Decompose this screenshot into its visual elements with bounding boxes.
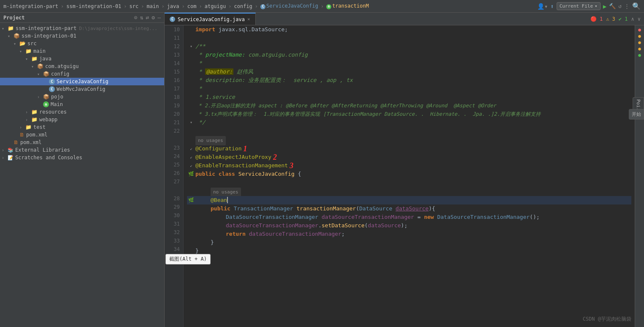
sidebar-item-pojo[interactable]: › 📦 pojo: [0, 93, 164, 101]
sidebar-item-WebMvcJavaConfig[interactable]: C WebMvcJavaConfig: [0, 85, 164, 93]
sidebar-item-Main[interactable]: m Main: [0, 101, 164, 108]
code-line-28: 🌿 @Bean: [187, 196, 631, 204]
sidebar-label: ssm-integration-part: [16, 25, 77, 31]
code-line-31: dataSourceTransactionManager.setDataSour…: [187, 221, 631, 230]
sidebar-item-webapp[interactable]: › 📁 webapp: [0, 116, 164, 123]
gutter-12[interactable]: ▾: [187, 42, 195, 51]
sidebar-item-resources[interactable]: › 📁 resources: [0, 108, 164, 116]
breadcrumb-atguigu[interactable]: atguigu: [205, 3, 226, 9]
gutter-28: 🌿: [187, 196, 195, 204]
sidebar-label: Scratches and Consoles: [15, 155, 82, 161]
watermark: CSDN @芋泥肉松脑袋: [583, 316, 631, 323]
warning-indicator-3[interactable]: ●: [638, 46, 641, 52]
code-line-18: * 1.service: [187, 93, 631, 101]
code-editor: 10 11 12 13 14 15 16 17 18 19 20 21 22 -…: [165, 25, 644, 327]
code-line-19: * 2.开启aop注解的支持 aspect : @Before @After @…: [187, 101, 631, 110]
code-content[interactable]: import javax.sql.DataSource; ▾ /** * pro…: [184, 25, 635, 327]
sidebar-item-config[interactable]: ▾ 📦 config: [0, 70, 164, 78]
vcs-icon[interactable]: ⬆: [550, 3, 554, 10]
no-usage-badge-1[interactable]: no usages: [195, 136, 226, 145]
breadcrumb-src[interactable]: src: [130, 3, 139, 9]
error-count: 🔴 1: [590, 16, 603, 22]
code-line-24: ↙ @EnableAspectJAutoProxy 2: [187, 153, 631, 161]
code-line-35: [187, 255, 631, 264]
tab-label: ServiceJavaConfig.java: [178, 16, 245, 22]
sidebar-label: config: [51, 71, 69, 77]
sidebar-item-pom-outer[interactable]: 🗎 pom.xml: [0, 139, 164, 146]
code-line-32: return dataSourceTransactionManager;: [187, 230, 631, 238]
sidebar-item-java[interactable]: ▾ 📁 java: [0, 55, 164, 63]
sidebar-label: resources: [39, 109, 67, 115]
expand-icon[interactable]: ∧: [631, 16, 634, 22]
top-bar-right: 👤▾ ⬆ Current File ▾ ▶ 🔨 ↺ ⋮ 🔍: [537, 2, 641, 10]
sidebar-close-icon[interactable]: —: [157, 14, 161, 21]
code-line-29: public TransactionManager transactionMan…: [187, 204, 631, 213]
warning-count: ⚠ 3: [606, 16, 615, 22]
code-line-27: [187, 178, 631, 187]
sidebar-label: main: [33, 48, 46, 54]
search-icon[interactable]: 🔍: [632, 2, 641, 10]
sidebar-collapse-icon[interactable]: ⇄: [146, 14, 149, 21]
run-config-dropdown[interactable]: Current File ▾: [557, 2, 601, 10]
sidebar-label: test: [33, 124, 46, 130]
sidebar-label: webapp: [39, 117, 57, 123]
tabs-bar: C ServiceJavaConfig.java × 🔴 1 ⚠ 3 ✔ 1 ∧…: [165, 13, 644, 25]
sidebar-label: External Libraries: [15, 147, 70, 153]
code-line-33: }: [187, 238, 631, 247]
sidebar-item-pom-inner[interactable]: 🗎 pom.xml: [0, 131, 164, 139]
code-line-34: }: [187, 247, 631, 255]
sidebar-settings-icon[interactable]: ⚙: [152, 14, 155, 21]
line-numbers: 10 11 12 13 14 15 16 17 18 19 20 21 22 -…: [165, 25, 184, 327]
build-icon[interactable]: 🔨: [609, 3, 616, 9]
kaishi-panel[interactable]: 开始: [629, 109, 644, 120]
sidebar-item-src[interactable]: ▾ 📂 src: [0, 40, 164, 47]
tab-ServiceJavaConfig[interactable]: C ServiceJavaConfig.java ×: [165, 13, 256, 25]
breadcrumb-main[interactable]: main: [146, 3, 159, 9]
sidebar-item-ServiceJavaConfig[interactable]: C ServiceJavaConfig: [0, 78, 164, 85]
sidebar-item-ssm-integration-01[interactable]: ▾ 📦 ssm-integration-01: [0, 32, 164, 40]
gutter-21[interactable]: ▾: [187, 118, 195, 127]
sidebar-item-com-atguigu[interactable]: ▾ 📦 com.atguigu: [0, 63, 164, 70]
sidebar-item-ssm-integration-part[interactable]: ▾ 📁 ssm-integration-part D:\javaprojects…: [0, 25, 164, 32]
no-usages-label-2: no usages: [187, 187, 631, 195]
code-line-30: DataSourceTransactionManager dataSourceT…: [187, 213, 631, 221]
sidebar-locate-icon[interactable]: ⊙: [134, 14, 138, 21]
sidebar-item-main[interactable]: ▾ 📁 main: [0, 47, 164, 55]
code-line-12: ▾ /**: [187, 42, 631, 51]
warning-indicator-2[interactable]: ●: [638, 40, 641, 45]
sidebar-label: pom.xml: [20, 139, 42, 145]
sidebar-title: Project: [3, 15, 25, 21]
user-icon[interactable]: 👤▾: [537, 3, 548, 10]
gutter-25: ↙: [187, 161, 195, 170]
more-actions-icon[interactable]: ⋮: [624, 3, 630, 9]
tab-close-button[interactable]: ×: [247, 16, 250, 22]
sidebar-expand-icon[interactable]: ⇅: [140, 14, 143, 21]
run-button[interactable]: ▶: [603, 3, 606, 10]
collapse-all-icon[interactable]: ∨: [638, 16, 641, 22]
code-line-26: 🌿 public class ServiceJavaConfig {: [187, 170, 631, 178]
code-line-20: * 3.tx声明式事务管理： 1.对应的事务管理器实现 [Transaction…: [187, 110, 631, 118]
error-indicator[interactable]: ●: [638, 27, 641, 33]
ok-indicator: ●: [638, 52, 641, 58]
code-line-25: ↙ @EnableTransactionManagement 3: [187, 161, 631, 170]
code-line-16: * description: 业务层配置类： service , aop , t…: [187, 76, 631, 84]
breadcrumb-com[interactable]: com: [187, 3, 197, 9]
breadcrumb-module[interactable]: ssm-integration-01: [66, 3, 121, 9]
refresh-icon[interactable]: ↺: [618, 3, 622, 9]
code-line-17: *: [187, 84, 631, 93]
breadcrumb-class[interactable]: CServiceJavaConfig: [260, 3, 318, 9]
code-line-10: import javax.sql.DataSource;: [187, 25, 631, 34]
breadcrumb-method[interactable]: mtransactionM: [326, 3, 369, 9]
dropdown-arrow: ▾: [595, 3, 598, 9]
sidebar-item-test[interactable]: › 📁 test: [0, 123, 164, 131]
code-line-14: *: [187, 59, 631, 68]
breadcrumb-project[interactable]: m-integration-part: [3, 3, 58, 9]
sidebar-item-external-libraries[interactable]: › 📚 External Libraries: [0, 146, 164, 154]
tab-right-icons: 🔴 1 ⚠ 3 ✔ 1 ∧ ∨: [590, 16, 644, 22]
sidebar-tree: ▾ 📁 ssm-integration-part D:\javaprojects…: [0, 23, 164, 327]
sidebar-item-scratches[interactable]: › 📝 Scratches and Consoles: [0, 154, 164, 161]
warning-indicator[interactable]: ●: [638, 33, 641, 39]
breadcrumb-java[interactable]: java: [167, 3, 179, 9]
breadcrumb-config[interactable]: config: [234, 3, 252, 9]
no-usage-badge-2[interactable]: no usages: [211, 188, 241, 197]
